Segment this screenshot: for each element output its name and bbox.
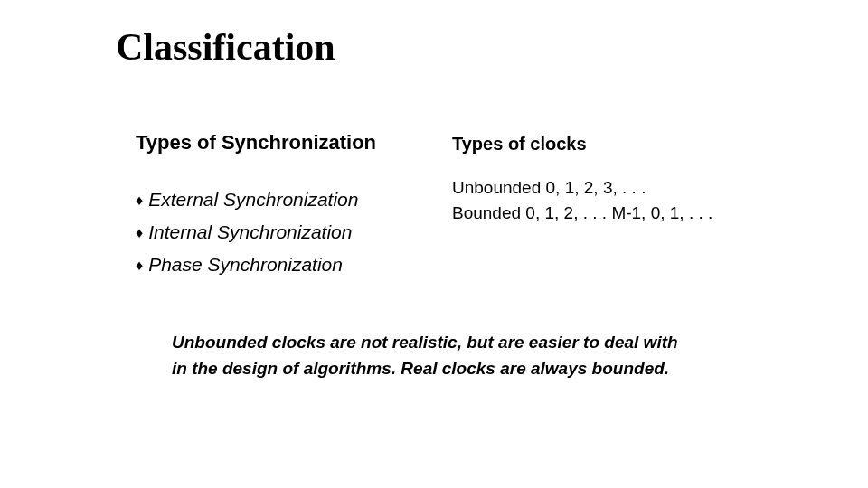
list-item-label: Internal Synchronization xyxy=(148,221,352,243)
diamond-icon: ♦ xyxy=(136,254,143,277)
clock-types-heading: Types of clocks xyxy=(452,134,814,155)
list-item-label: Phase Synchronization xyxy=(148,254,343,276)
clock-line-bounded: Bounded 0, 1, 2, . . . M-1, 0, 1, . . . xyxy=(452,203,814,223)
left-column: Types of Synchronization ♦ External Sync… xyxy=(136,131,425,286)
footer-note: Unbounded clocks are not realistic, but … xyxy=(172,330,678,381)
list-item-label: External Synchronization xyxy=(148,189,358,211)
diamond-icon: ♦ xyxy=(136,221,143,245)
right-column: Types of clocks Unbounded 0, 1, 2, 3, . … xyxy=(452,134,814,229)
diamond-icon: ♦ xyxy=(136,189,143,212)
list-item: ♦ Phase Synchronization xyxy=(136,254,425,277)
slide-title: Classification xyxy=(116,25,335,69)
sync-types-heading: Types of Synchronization xyxy=(136,131,425,155)
clock-line-unbounded: Unbounded 0, 1, 2, 3, . . . xyxy=(452,178,814,198)
list-item: ♦ External Synchronization xyxy=(136,189,425,212)
list-item: ♦ Internal Synchronization xyxy=(136,221,425,245)
